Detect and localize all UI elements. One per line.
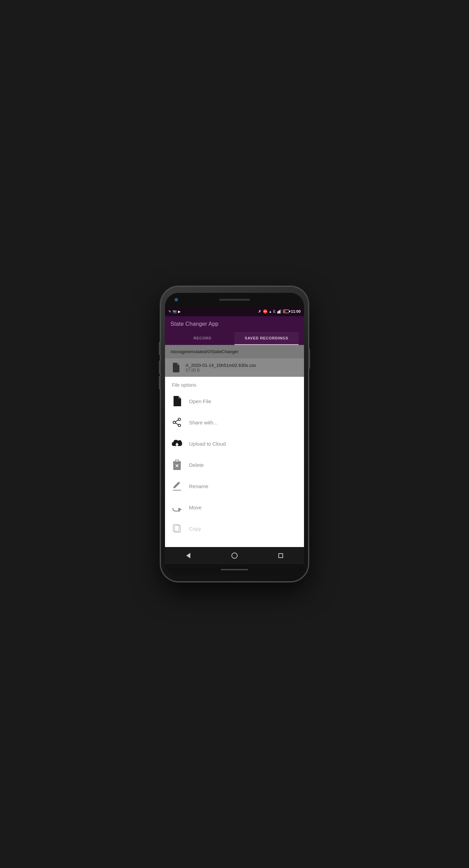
share-icon: [172, 417, 182, 427]
svg-marker-15: [178, 508, 182, 511]
back-button[interactable]: [182, 549, 194, 562]
recents-button[interactable]: [275, 549, 287, 562]
time-display: 11:00: [291, 309, 301, 313]
menu-item-delete[interactable]: ✕ Delete: [165, 454, 304, 475]
bluetooth-icon: ✗: [258, 309, 261, 314]
play-store-icon: ▶: [178, 310, 181, 313]
svg-rect-3: [280, 309, 281, 313]
svg-rect-12: [173, 461, 181, 462]
status-bar: ✎ 📷 ▶ ✗ ⛔ ▴ E: [165, 307, 304, 316]
signal-bars-icon: [277, 309, 281, 313]
app-header: State Changer App RECORD SAVED RECORDING…: [165, 316, 304, 345]
copy-label: Copy: [189, 526, 201, 532]
delete-label: Delete: [189, 462, 204, 468]
phone-frame: ✎ 📷 ▶ ✗ ⛔ ▴ E: [161, 287, 308, 581]
menu-item-move[interactable]: Move: [165, 497, 304, 518]
alert-icon: ✎: [168, 310, 171, 313]
file-icon: [172, 396, 182, 406]
tab-saved-recordings[interactable]: SAVED RECORDINGS: [234, 332, 299, 345]
move-icon: [172, 502, 182, 512]
front-camera: [175, 298, 178, 301]
svg-text:✕: ✕: [175, 463, 179, 469]
svg-rect-1: [278, 311, 279, 313]
file-info: A_2020-01-14_10h51m02.630s.csv 57.00 B: [186, 363, 256, 373]
svg-line-7: [176, 420, 178, 422]
upload-cloud-icon: [172, 438, 182, 449]
file-item-icon: [170, 362, 181, 373]
phone-top-bar: [165, 293, 304, 307]
file-name: A_2020-01-14_10h51m02.630s.csv: [186, 363, 256, 368]
file-path-bar: /storage/emulated/0/StateChanger: [165, 345, 304, 358]
file-path-text: /storage/emulated/0/StateChanger: [170, 349, 239, 354]
svg-point-6: [173, 421, 176, 424]
status-icons-right: ✗ ⛔ ▴ E 11:00: [258, 309, 301, 314]
menu-item-rename[interactable]: Rename: [165, 475, 304, 497]
menu-item-share[interactable]: Share with...: [165, 412, 304, 433]
phone-chin: [165, 564, 304, 575]
move-label: Move: [189, 505, 202, 510]
delete-icon: ✕: [172, 460, 182, 470]
menu-item-upload[interactable]: Upload to Cloud: [165, 433, 304, 454]
menu-list: Open File Sha: [165, 390, 304, 547]
battery-icon: [283, 310, 289, 313]
tab-record[interactable]: RECORD: [170, 332, 234, 345]
phone-speaker: [219, 299, 250, 301]
svg-rect-0: [277, 311, 278, 313]
svg-line-8: [176, 423, 178, 425]
menu-item-copy[interactable]: Copy: [165, 518, 304, 539]
open-file-label: Open File: [189, 398, 211, 404]
copy-icon: [172, 523, 182, 534]
signal-e-label: E: [273, 310, 276, 313]
no-entry-icon: ⛔: [263, 309, 268, 314]
tabs-container: RECORD SAVED RECORDINGS: [170, 332, 299, 345]
rename-label: Rename: [189, 483, 208, 489]
svg-point-4: [178, 418, 181, 421]
wifi-icon: ▴: [269, 309, 271, 314]
home-button[interactable]: [228, 549, 241, 562]
chin-indicator: [221, 569, 248, 570]
bottom-sheet: File options Open File: [165, 377, 304, 547]
screen-content: ✎ 📷 ▶ ✗ ⛔ ▴ E: [165, 307, 304, 564]
status-icons-left: ✎ 📷 ▶: [168, 310, 181, 313]
file-item-row[interactable]: A_2020-01-14_10h51m02.630s.csv 57.00 B: [165, 358, 304, 377]
file-size: 57.00 B: [186, 368, 256, 373]
menu-item-open-file[interactable]: Open File: [165, 390, 304, 412]
upload-cloud-label: Upload to Cloud: [189, 441, 226, 447]
nav-bar: [165, 547, 304, 564]
svg-rect-2: [279, 310, 280, 313]
image-icon: 📷: [173, 310, 177, 313]
sheet-title: File options: [165, 377, 304, 390]
app-title: State Changer App: [170, 321, 299, 327]
phone-screen: ✎ 📷 ▶ ✗ ⛔ ▴ E: [165, 293, 304, 575]
rename-icon: [172, 481, 182, 491]
share-label: Share with...: [189, 420, 217, 425]
svg-point-5: [178, 424, 181, 427]
